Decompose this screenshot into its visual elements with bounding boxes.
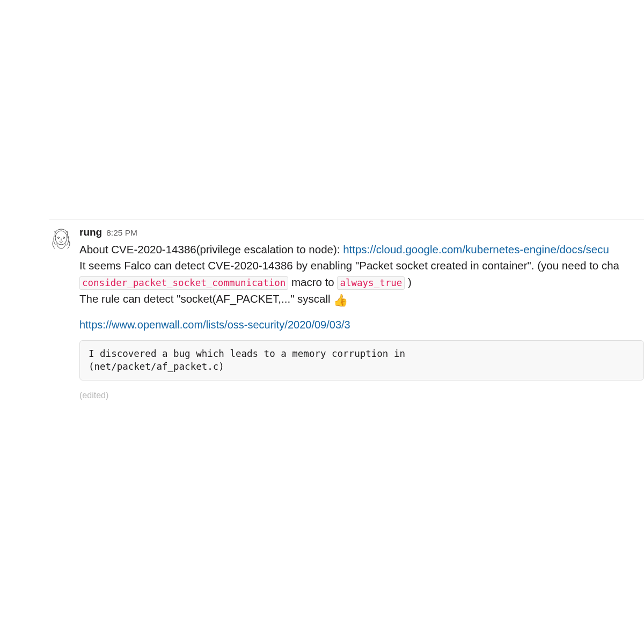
message: rung 8:25 PM About CVE-2020-14386(privil…	[49, 225, 644, 402]
text-close-paren: )	[405, 276, 412, 288]
avatar[interactable]	[49, 227, 73, 251]
quote-line-2: (net/packet/af_packet.c)	[89, 360, 635, 374]
message-content: rung 8:25 PM About CVE-2020-14386(privil…	[79, 225, 644, 402]
attachment-quote: I discovered a bug which leads to a memo…	[79, 340, 644, 380]
quote-line-1: I discovered a bug which leads to a memo…	[89, 347, 635, 361]
message-line-3: consider_packet_socket_communication mac…	[79, 274, 644, 291]
code-macro-name: consider_packet_socket_communication	[79, 276, 288, 290]
timestamp[interactable]: 8:25 PM	[106, 226, 137, 239]
message-line-4: The rule can detect "socket(AF_PACKET,..…	[79, 291, 644, 309]
message-line-2: It seems Falco can detect CVE-2020-14386…	[79, 258, 644, 274]
svg-point-2	[63, 237, 65, 239]
attachment-link-row: https://www.openwall.com/lists/oss-secur…	[79, 317, 644, 333]
message-container: rung 8:25 PM About CVE-2020-14386(privil…	[49, 219, 644, 402]
username[interactable]: rung	[79, 225, 102, 240]
text-macro-to: macro to	[288, 276, 337, 288]
text-prefix: About CVE-2020-14386(privilege escalatio…	[79, 243, 343, 255]
message-header: rung 8:25 PM	[79, 225, 644, 240]
openwall-link[interactable]: https://www.openwall.com/lists/oss-secur…	[79, 319, 350, 331]
gcp-docs-link[interactable]: https://cloud.google.com/kubernetes-engi…	[343, 243, 609, 255]
message-line-1: About CVE-2020-14386(privilege escalatio…	[79, 241, 644, 258]
svg-point-1	[58, 237, 60, 239]
text-syscall: The rule can detect "socket(AF_PACKET,..…	[79, 292, 333, 305]
thumbs-up-icon[interactable]: 👍	[333, 291, 348, 309]
code-always-true: always_true	[337, 276, 405, 290]
avatar-sketch-icon	[49, 227, 73, 251]
svg-point-0	[55, 231, 67, 245]
edited-label: (edited)	[79, 389, 644, 402]
